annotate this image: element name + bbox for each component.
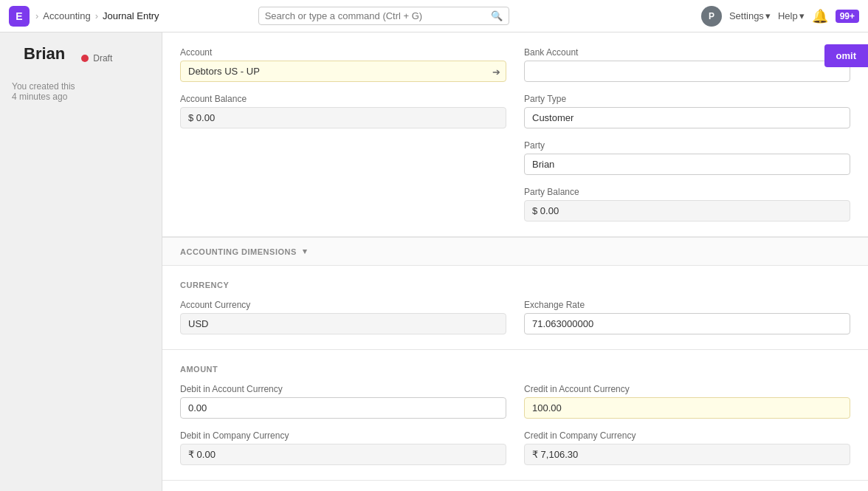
party-type-field-group: Party Type [524, 94, 850, 128]
spacer-cell [180, 140, 506, 175]
account-currency-field-group: Account Currency USD [180, 300, 506, 334]
amount-section: AMOUNT Debit in Account Currency Credit … [162, 350, 868, 481]
credit-company-currency-value: ₹ 7,106.30 [524, 444, 850, 465]
bank-account-input[interactable] [524, 61, 850, 82]
exchange-rate-field-group: Exchange Rate [524, 300, 850, 334]
avatar[interactable]: P [701, 6, 722, 27]
account-balance-value: $ 0.00 [180, 107, 506, 128]
credit-account-currency-label: Credit in Account Currency [524, 384, 850, 394]
party-input[interactable] [524, 154, 850, 175]
main-layout: Brian Draft You created this 4 minutes a… [0, 32, 868, 491]
credit-account-currency-field-group: Credit in Account Currency [524, 384, 850, 419]
account-balance-field-group: Account Balance $ 0.00 [180, 94, 506, 128]
spacer-cell-2 [180, 187, 506, 222]
search-input[interactable] [265, 10, 486, 21]
sidebar-created-by: You created this 4 minutes ago [0, 75, 162, 108]
exchange-rate-label: Exchange Rate [524, 300, 850, 310]
topbar: E › Accounting › Journal Entry 🔍 P Setti… [0, 0, 868, 32]
sidebar: Brian Draft You created this 4 minutes a… [0, 32, 162, 491]
app-icon[interactable]: E [9, 6, 30, 27]
exchange-rate-input[interactable] [524, 313, 850, 334]
debit-account-currency-field-group: Debit in Account Currency [180, 384, 506, 419]
party-balance-label: Party Balance [524, 187, 850, 197]
accounting-dimensions-chevron-icon: ▾ [303, 247, 308, 256]
account-label: Account [180, 47, 506, 58]
settings-button[interactable]: Settings ▾ [729, 10, 771, 21]
account-field-group: Account ➔ [180, 47, 506, 82]
party-balance-field-group: Party Balance $ 0.00 [524, 187, 850, 222]
bank-account-label: Bank Account [524, 47, 850, 58]
search-bar[interactable]: 🔍 [258, 7, 509, 25]
accounting-dimensions-label: ACCOUNTING DIMENSIONS [180, 247, 297, 256]
party-balance-value: $ 0.00 [524, 200, 850, 222]
help-chevron-icon: ▾ [799, 10, 805, 21]
accounting-dimensions-header[interactable]: ACCOUNTING DIMENSIONS ▾ [162, 237, 868, 266]
breadcrumb-journal-entry[interactable]: Journal Entry [103, 10, 159, 21]
party-field-group: Party [524, 140, 850, 175]
counter-badge[interactable]: 99+ [836, 10, 859, 23]
account-input[interactable] [180, 61, 506, 82]
credit-account-currency-input[interactable] [524, 397, 850, 419]
party-type-label: Party Type [524, 94, 850, 104]
party-type-input[interactable] [524, 107, 850, 128]
help-button[interactable]: Help ▾ [778, 10, 805, 21]
breadcrumb-accounting[interactable]: Accounting [43, 10, 90, 21]
breadcrumb-sep-2: › [95, 10, 98, 21]
record-title: Brian [12, 44, 77, 72]
search-icon: 🔍 [491, 10, 503, 21]
bank-account-field-group: Bank Account [524, 47, 850, 82]
bell-icon: 🔔 [812, 9, 828, 24]
debit-company-currency-field-group: Debit in Company Currency ₹ 0.00 [180, 430, 506, 465]
party-label: Party [524, 140, 850, 151]
currency-form-grid: Account Currency USD Exchange Rate [180, 300, 850, 334]
notification-button[interactable]: 🔔 [812, 8, 828, 24]
currency-section-label: CURRENCY [180, 281, 850, 289]
debit-account-currency-input[interactable] [180, 397, 506, 419]
currency-section: CURRENCY Account Currency USD Exchange R… [162, 266, 868, 350]
submit-button[interactable]: omit [824, 44, 868, 67]
breadcrumb: › Accounting › Journal Entry [35, 10, 159, 21]
settings-chevron-icon: ▾ [765, 10, 771, 21]
account-form-section: Account ➔ Bank Account Account Balance $… [162, 32, 868, 237]
account-currency-value: USD [180, 313, 506, 334]
credit-company-currency-label: Credit in Company Currency [524, 430, 850, 441]
topbar-right: P Settings ▾ Help ▾ 🔔 99+ [701, 6, 859, 27]
breadcrumb-sep-1: › [35, 10, 38, 21]
debit-account-currency-label: Debit in Account Currency [180, 384, 506, 394]
account-input-wrapper: ➔ [180, 61, 506, 82]
credit-company-currency-field-group: Credit in Company Currency ₹ 7,106.30 [524, 430, 850, 465]
account-balance-label: Account Balance [180, 94, 506, 104]
draft-indicator [81, 55, 89, 62]
debit-company-currency-label: Debit in Company Currency [180, 430, 506, 441]
amount-section-label: AMOUNT [180, 365, 850, 374]
draft-label: Draft [93, 53, 112, 63]
main-content: omit Account ➔ Bank Account [162, 32, 868, 491]
account-arrow-icon[interactable]: ➔ [492, 66, 500, 77]
amount-form-grid: Debit in Account Currency Credit in Acco… [180, 384, 850, 465]
debit-company-currency-value: ₹ 0.00 [180, 444, 506, 465]
account-form-grid: Account ➔ Bank Account Account Balance $… [180, 47, 850, 222]
account-currency-label: Account Currency [180, 300, 506, 310]
